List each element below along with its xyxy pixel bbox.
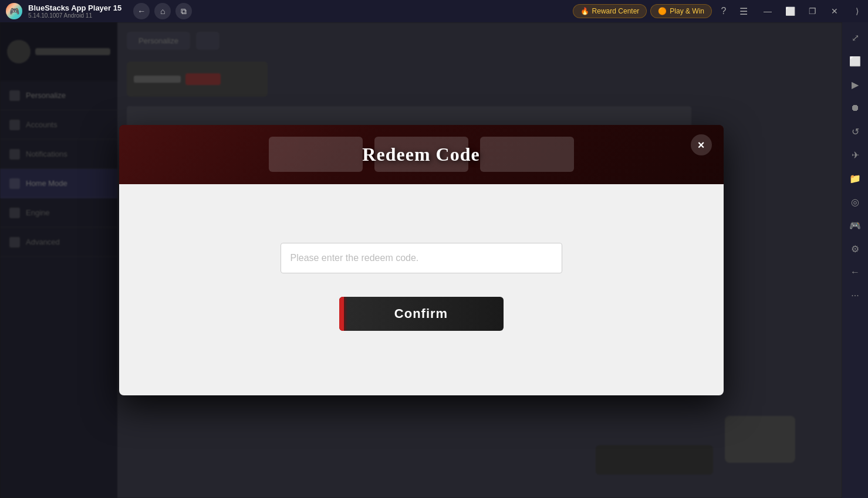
- app-info: BlueStacks App Player 15 5.14.10.1007 An…: [28, 4, 121, 19]
- modal-close-button[interactable]: ×: [691, 134, 712, 155]
- app-name: BlueStacks App Player 15: [28, 4, 121, 13]
- app-logo-circle: 🎮: [6, 3, 22, 19]
- back-icon-btn[interactable]: ←: [845, 262, 866, 283]
- gamepad-icon-btn[interactable]: 🎮: [845, 215, 866, 236]
- menu-button[interactable]: ☰: [735, 3, 752, 19]
- app-version: 5.14.10.1007 Android 11: [28, 12, 121, 19]
- modal-title: Redeem Code: [362, 144, 479, 165]
- nav-multiwindow-button[interactable]: ⧉: [175, 3, 192, 19]
- play-win-button[interactable]: 🟠 Play & Win: [650, 4, 712, 18]
- redeem-code-input[interactable]: [281, 243, 562, 273]
- play-win-label: Play & Win: [670, 7, 704, 15]
- more-icon-btn[interactable]: ···: [845, 285, 866, 306]
- title-bar: 🎮 BlueStacks App Player 15 5.14.10.1007 …: [0, 0, 868, 22]
- reward-center-button[interactable]: 🔥 Reward Center: [573, 4, 647, 18]
- redeem-code-modal: × Redeem Code Confirm: [119, 125, 724, 395]
- app-logo: 🎮: [4, 1, 25, 22]
- nav-back-button[interactable]: ←: [133, 3, 150, 19]
- reward-center-label: Reward Center: [592, 7, 640, 15]
- minimize-button[interactable]: —: [756, 0, 779, 22]
- help-button[interactable]: ?: [715, 3, 732, 19]
- maximize-button[interactable]: ⬜: [779, 0, 801, 22]
- camera2-icon-btn[interactable]: ◎: [845, 191, 866, 212]
- restore-button[interactable]: ❐: [801, 0, 823, 22]
- video-icon-btn[interactable]: ▶: [845, 74, 866, 95]
- location-icon-btn[interactable]: ✈: [845, 144, 866, 165]
- window-controls: — ⬜ ❐ ✕ ⟩: [756, 0, 868, 22]
- modal-body: Confirm: [119, 184, 724, 395]
- modal-overlay: × Redeem Code Confirm: [0, 22, 842, 498]
- rotate-icon-btn[interactable]: ↺: [845, 121, 866, 142]
- record-icon-btn[interactable]: ⏺: [845, 97, 866, 118]
- sidebar-toggle-button[interactable]: ⟩: [846, 0, 868, 22]
- confirm-label: Confirm: [394, 306, 448, 321]
- confirm-button-accent: [339, 297, 344, 331]
- modal-header: × Redeem Code: [119, 125, 724, 184]
- nav-home-button[interactable]: ⌂: [154, 3, 171, 19]
- close-button[interactable]: ✕: [823, 0, 846, 22]
- settings-icon-btn[interactable]: ⚙: [845, 238, 866, 259]
- title-bar-actions: 🔥 Reward Center 🟠 Play & Win ? ☰: [573, 3, 752, 19]
- nav-buttons: ← ⌂ ⧉: [133, 3, 192, 19]
- coin-icon: 🟠: [658, 7, 667, 15]
- confirm-button[interactable]: Confirm: [339, 297, 504, 331]
- right-sidebar: ⤢ ⬜ ▶ ⏺ ↺ ✈ 📁 ◎ 🎮 ⚙ ← ···: [842, 22, 868, 498]
- fire-icon: 🔥: [580, 7, 589, 15]
- folder-icon-btn[interactable]: 📁: [845, 168, 866, 189]
- expand-icon-btn[interactable]: ⤢: [845, 27, 866, 48]
- screenshot-icon-btn[interactable]: ⬜: [845, 50, 866, 72]
